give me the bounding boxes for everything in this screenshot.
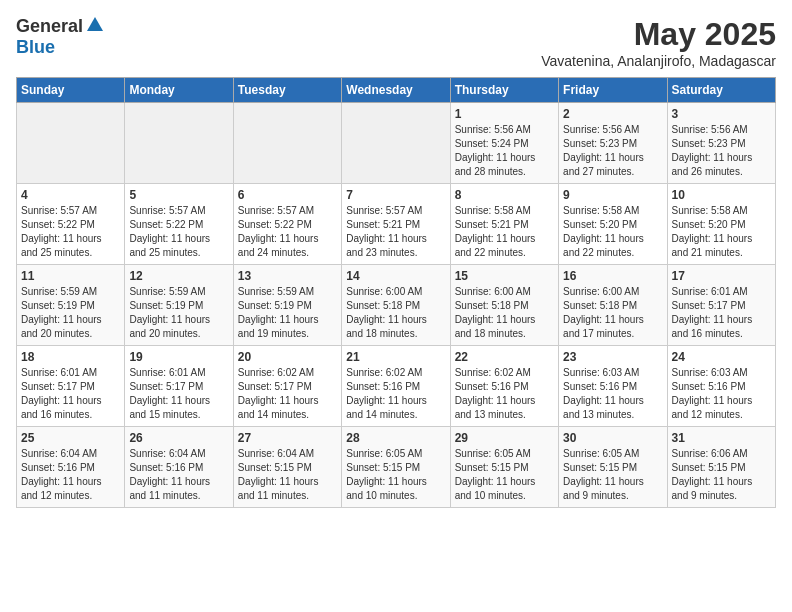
day-cell: 5Sunrise: 5:57 AM Sunset: 5:22 PM Daylig… — [125, 184, 233, 265]
day-info: Sunrise: 5:58 AM Sunset: 5:20 PM Dayligh… — [672, 204, 771, 260]
day-cell: 12Sunrise: 5:59 AM Sunset: 5:19 PM Dayli… — [125, 265, 233, 346]
day-info: Sunrise: 6:01 AM Sunset: 5:17 PM Dayligh… — [672, 285, 771, 341]
day-info: Sunrise: 6:03 AM Sunset: 5:16 PM Dayligh… — [563, 366, 662, 422]
day-info: Sunrise: 6:02 AM Sunset: 5:16 PM Dayligh… — [455, 366, 554, 422]
day-info: Sunrise: 6:01 AM Sunset: 5:17 PM Dayligh… — [21, 366, 120, 422]
day-info: Sunrise: 5:59 AM Sunset: 5:19 PM Dayligh… — [238, 285, 337, 341]
day-info: Sunrise: 6:05 AM Sunset: 5:15 PM Dayligh… — [455, 447, 554, 503]
day-number: 28 — [346, 431, 445, 445]
svg-marker-0 — [87, 17, 103, 31]
day-cell: 22Sunrise: 6:02 AM Sunset: 5:16 PM Dayli… — [450, 346, 558, 427]
day-cell: 18Sunrise: 6:01 AM Sunset: 5:17 PM Dayli… — [17, 346, 125, 427]
day-cell: 15Sunrise: 6:00 AM Sunset: 5:18 PM Dayli… — [450, 265, 558, 346]
day-cell: 13Sunrise: 5:59 AM Sunset: 5:19 PM Dayli… — [233, 265, 341, 346]
day-number: 4 — [21, 188, 120, 202]
day-number: 13 — [238, 269, 337, 283]
logo-general-text: General — [16, 16, 83, 37]
day-info: Sunrise: 5:56 AM Sunset: 5:23 PM Dayligh… — [672, 123, 771, 179]
weekday-header-monday: Monday — [125, 78, 233, 103]
day-cell: 7Sunrise: 5:57 AM Sunset: 5:21 PM Daylig… — [342, 184, 450, 265]
day-cell: 14Sunrise: 6:00 AM Sunset: 5:18 PM Dayli… — [342, 265, 450, 346]
day-number: 18 — [21, 350, 120, 364]
day-cell: 4Sunrise: 5:57 AM Sunset: 5:22 PM Daylig… — [17, 184, 125, 265]
week-row-3: 11Sunrise: 5:59 AM Sunset: 5:19 PM Dayli… — [17, 265, 776, 346]
week-row-1: 1Sunrise: 5:56 AM Sunset: 5:24 PM Daylig… — [17, 103, 776, 184]
day-number: 2 — [563, 107, 662, 121]
weekday-header-saturday: Saturday — [667, 78, 775, 103]
day-cell: 20Sunrise: 6:02 AM Sunset: 5:17 PM Dayli… — [233, 346, 341, 427]
day-info: Sunrise: 5:59 AM Sunset: 5:19 PM Dayligh… — [129, 285, 228, 341]
day-info: Sunrise: 5:56 AM Sunset: 5:24 PM Dayligh… — [455, 123, 554, 179]
day-number: 8 — [455, 188, 554, 202]
day-info: Sunrise: 6:02 AM Sunset: 5:17 PM Dayligh… — [238, 366, 337, 422]
week-row-2: 4Sunrise: 5:57 AM Sunset: 5:22 PM Daylig… — [17, 184, 776, 265]
day-cell: 29Sunrise: 6:05 AM Sunset: 5:15 PM Dayli… — [450, 427, 558, 508]
day-cell: 31Sunrise: 6:06 AM Sunset: 5:15 PM Dayli… — [667, 427, 775, 508]
day-number: 11 — [21, 269, 120, 283]
day-info: Sunrise: 5:58 AM Sunset: 5:21 PM Dayligh… — [455, 204, 554, 260]
day-cell: 1Sunrise: 5:56 AM Sunset: 5:24 PM Daylig… — [450, 103, 558, 184]
day-cell: 27Sunrise: 6:04 AM Sunset: 5:15 PM Dayli… — [233, 427, 341, 508]
day-number: 27 — [238, 431, 337, 445]
day-info: Sunrise: 6:04 AM Sunset: 5:16 PM Dayligh… — [129, 447, 228, 503]
day-info: Sunrise: 5:57 AM Sunset: 5:21 PM Dayligh… — [346, 204, 445, 260]
day-number: 10 — [672, 188, 771, 202]
day-cell: 30Sunrise: 6:05 AM Sunset: 5:15 PM Dayli… — [559, 427, 667, 508]
day-info: Sunrise: 6:04 AM Sunset: 5:15 PM Dayligh… — [238, 447, 337, 503]
day-number: 6 — [238, 188, 337, 202]
day-number: 22 — [455, 350, 554, 364]
day-cell: 11Sunrise: 5:59 AM Sunset: 5:19 PM Dayli… — [17, 265, 125, 346]
day-cell: 21Sunrise: 6:02 AM Sunset: 5:16 PM Dayli… — [342, 346, 450, 427]
weekday-header-wednesday: Wednesday — [342, 78, 450, 103]
day-cell: 26Sunrise: 6:04 AM Sunset: 5:16 PM Dayli… — [125, 427, 233, 508]
day-cell — [17, 103, 125, 184]
day-number: 31 — [672, 431, 771, 445]
title-area: May 2025 Vavatenina, Analanjirofo, Madag… — [541, 16, 776, 69]
day-number: 29 — [455, 431, 554, 445]
weekday-header-thursday: Thursday — [450, 78, 558, 103]
month-title: May 2025 — [541, 16, 776, 53]
header: General Blue May 2025 Vavatenina, Analan… — [16, 16, 776, 69]
location-title: Vavatenina, Analanjirofo, Madagascar — [541, 53, 776, 69]
day-number: 26 — [129, 431, 228, 445]
day-number: 1 — [455, 107, 554, 121]
day-info: Sunrise: 6:03 AM Sunset: 5:16 PM Dayligh… — [672, 366, 771, 422]
day-info: Sunrise: 5:57 AM Sunset: 5:22 PM Dayligh… — [21, 204, 120, 260]
day-info: Sunrise: 6:06 AM Sunset: 5:15 PM Dayligh… — [672, 447, 771, 503]
day-number: 16 — [563, 269, 662, 283]
day-info: Sunrise: 5:58 AM Sunset: 5:20 PM Dayligh… — [563, 204, 662, 260]
day-cell: 24Sunrise: 6:03 AM Sunset: 5:16 PM Dayli… — [667, 346, 775, 427]
day-number: 9 — [563, 188, 662, 202]
day-info: Sunrise: 5:57 AM Sunset: 5:22 PM Dayligh… — [129, 204, 228, 260]
day-info: Sunrise: 6:01 AM Sunset: 5:17 PM Dayligh… — [129, 366, 228, 422]
day-cell: 17Sunrise: 6:01 AM Sunset: 5:17 PM Dayli… — [667, 265, 775, 346]
day-number: 7 — [346, 188, 445, 202]
logo-blue-text: Blue — [16, 37, 55, 58]
day-number: 5 — [129, 188, 228, 202]
day-number: 21 — [346, 350, 445, 364]
logo-icon — [85, 15, 105, 35]
day-number: 23 — [563, 350, 662, 364]
day-cell: 16Sunrise: 6:00 AM Sunset: 5:18 PM Dayli… — [559, 265, 667, 346]
day-number: 3 — [672, 107, 771, 121]
weekday-header-sunday: Sunday — [17, 78, 125, 103]
day-number: 24 — [672, 350, 771, 364]
weekday-header-row: SundayMondayTuesdayWednesdayThursdayFrid… — [17, 78, 776, 103]
day-info: Sunrise: 6:05 AM Sunset: 5:15 PM Dayligh… — [346, 447, 445, 503]
week-row-4: 18Sunrise: 6:01 AM Sunset: 5:17 PM Dayli… — [17, 346, 776, 427]
day-cell: 19Sunrise: 6:01 AM Sunset: 5:17 PM Dayli… — [125, 346, 233, 427]
day-cell: 2Sunrise: 5:56 AM Sunset: 5:23 PM Daylig… — [559, 103, 667, 184]
day-number: 19 — [129, 350, 228, 364]
day-info: Sunrise: 5:59 AM Sunset: 5:19 PM Dayligh… — [21, 285, 120, 341]
day-number: 20 — [238, 350, 337, 364]
day-cell: 8Sunrise: 5:58 AM Sunset: 5:21 PM Daylig… — [450, 184, 558, 265]
day-number: 17 — [672, 269, 771, 283]
day-number: 25 — [21, 431, 120, 445]
day-number: 12 — [129, 269, 228, 283]
weekday-header-friday: Friday — [559, 78, 667, 103]
day-cell: 6Sunrise: 5:57 AM Sunset: 5:22 PM Daylig… — [233, 184, 341, 265]
day-info: Sunrise: 6:00 AM Sunset: 5:18 PM Dayligh… — [346, 285, 445, 341]
week-row-5: 25Sunrise: 6:04 AM Sunset: 5:16 PM Dayli… — [17, 427, 776, 508]
day-info: Sunrise: 5:57 AM Sunset: 5:22 PM Dayligh… — [238, 204, 337, 260]
calendar-table: SundayMondayTuesdayWednesdayThursdayFrid… — [16, 77, 776, 508]
